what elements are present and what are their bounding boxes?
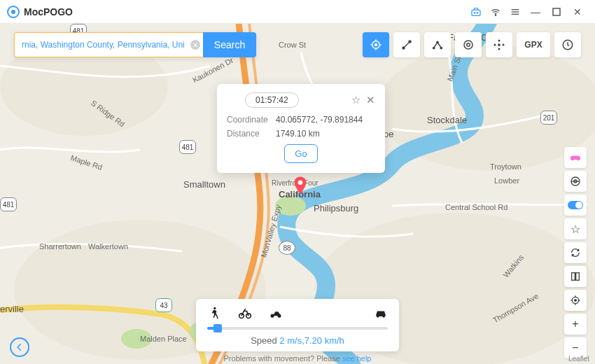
refresh-icon[interactable] — [564, 242, 587, 263]
bicycle-icon[interactable] — [238, 306, 252, 323]
search-input[interactable] — [14, 32, 203, 57]
svg-point-29 — [467, 43, 470, 47]
svg-point-32 — [498, 48, 500, 50]
gpx-button[interactable]: GPX — [517, 32, 550, 57]
zoom-in-button[interactable]: + — [564, 314, 587, 335]
toolbox-icon[interactable] — [466, 2, 486, 22]
wifi-icon[interactable] — [486, 2, 505, 22]
motorcycle-icon[interactable] — [269, 306, 283, 323]
circle-route-button[interactable] — [455, 32, 482, 57]
title-bar: MocPOGO — ✕ — [0, 0, 595, 24]
svg-point-14 — [121, 329, 152, 349]
location-popup: 01:57:42 ☆ ✕ Coordinate 40.065772, -79.8… — [217, 84, 385, 173]
svg-point-28 — [464, 41, 472, 49]
search-bar: ✕ Search — [14, 32, 256, 57]
svg-point-34 — [503, 44, 505, 46]
multi-point-route-button[interactable] — [424, 32, 451, 57]
close-popup-icon[interactable]: ✕ — [366, 94, 375, 106]
car-icon[interactable] — [374, 306, 388, 323]
svg-point-48 — [214, 307, 216, 309]
coordinate-value: 40.065772, -79.891844 — [276, 115, 363, 125]
svg-point-16 — [275, 196, 306, 216]
gamepad-icon[interactable] — [564, 147, 587, 168]
svg-point-33 — [494, 44, 496, 46]
svg-point-31 — [498, 40, 500, 42]
window-maximize-button[interactable] — [546, 2, 567, 22]
svg-point-18 — [375, 44, 377, 46]
speed-label: Speed — [251, 335, 277, 346]
eta-pill: 01:57:42 — [245, 92, 299, 108]
svg-rect-40 — [576, 273, 580, 281]
walk-icon[interactable] — [207, 306, 221, 323]
svg-point-42 — [575, 300, 577, 302]
app-logo-icon — [7, 6, 20, 18]
joystick-button[interactable] — [486, 32, 512, 57]
favorite-icon[interactable]: ☆ — [564, 218, 587, 239]
help-link[interactable]: see help — [342, 354, 372, 363]
side-toolbar: ☆ + − — [564, 147, 587, 358]
svg-rect-39 — [572, 273, 575, 281]
map-layers-icon[interactable] — [564, 266, 587, 287]
coordinate-label: Coordinate — [227, 115, 276, 125]
hamburger-icon[interactable] — [505, 2, 525, 22]
map-pin-icon[interactable] — [293, 176, 307, 195]
back-button[interactable] — [10, 337, 29, 357]
speed-value: 2 m/s,7.20 km/h — [279, 335, 344, 346]
svg-point-54 — [383, 315, 385, 317]
svg-point-30 — [498, 43, 500, 46]
locate-icon[interactable] — [564, 290, 587, 311]
svg-rect-0 — [472, 10, 480, 15]
window-minimize-button[interactable]: — — [525, 2, 546, 22]
teleport-mode-button[interactable] — [363, 32, 389, 57]
distance-label: Distance — [227, 129, 276, 139]
clear-search-icon[interactable]: ✕ — [190, 40, 200, 50]
distance-value: 1749.10 km — [276, 129, 320, 139]
help-text: Problems with movement? Please see help — [224, 354, 372, 363]
speed-panel: Speed 2 m/s,7.20 km/h — [196, 299, 399, 351]
speed-slider[interactable] — [207, 327, 388, 330]
svg-point-2 — [477, 12, 477, 13]
app-name: MocPOGO — [24, 6, 73, 18]
svg-point-47 — [298, 181, 303, 186]
search-button[interactable]: Search — [203, 32, 256, 57]
svg-rect-7 — [553, 8, 560, 15]
go-button[interactable]: Go — [284, 144, 317, 163]
mode-toolbar: GPX — [363, 32, 581, 57]
leaflet-attribution: Leaflet — [568, 355, 589, 363]
svg-point-1 — [474, 12, 475, 13]
window-close-button[interactable]: ✕ — [567, 2, 588, 22]
svg-point-49 — [239, 314, 244, 318]
two-point-route-button[interactable] — [393, 32, 420, 57]
svg-point-53 — [377, 315, 379, 317]
pokeball-icon[interactable] — [564, 171, 587, 192]
svg-point-3 — [495, 15, 496, 15]
toggle-switch[interactable] — [564, 195, 587, 216]
history-button[interactable] — [554, 32, 581, 57]
star-icon[interactable]: ☆ — [351, 94, 360, 106]
speed-slider-thumb[interactable] — [214, 324, 222, 332]
